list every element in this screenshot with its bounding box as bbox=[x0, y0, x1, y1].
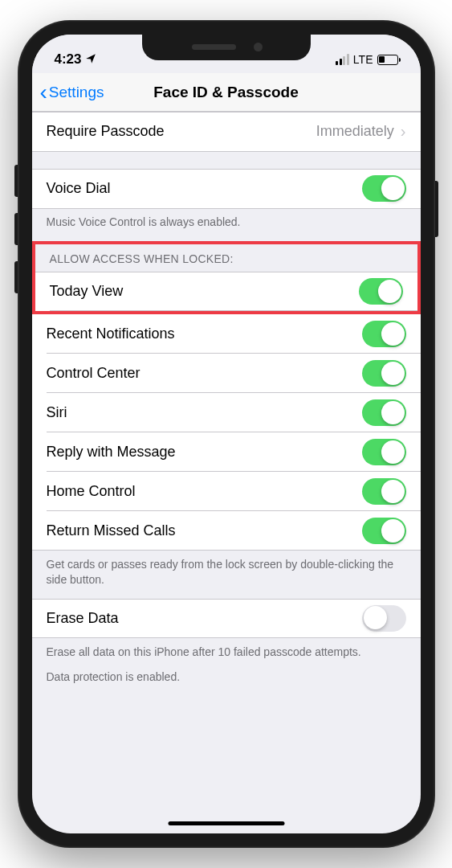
require-passcode-label: Require Passcode bbox=[47, 123, 165, 140]
screen: 4:23 LTE ‹ Settings Face ID & Passcode bbox=[32, 35, 421, 833]
erase-data-toggle[interactable] bbox=[362, 605, 406, 632]
chevron-left-icon: ‹ bbox=[40, 81, 47, 104]
location-services-icon bbox=[85, 53, 96, 67]
reply-with-message-row: Reply with Message bbox=[32, 432, 421, 472]
recent-notifications-toggle[interactable] bbox=[362, 321, 406, 347]
back-label: Settings bbox=[49, 84, 104, 101]
erase-data-footer-1: Erase all data on this iPhone after 10 f… bbox=[32, 638, 421, 665]
battery-icon bbox=[377, 55, 398, 65]
return-missed-calls-toggle[interactable] bbox=[362, 518, 406, 544]
phone-frame: 4:23 LTE ‹ Settings Face ID & Passcode bbox=[18, 20, 435, 848]
back-button[interactable]: ‹ Settings bbox=[40, 81, 104, 104]
today-view-row: Today View bbox=[35, 272, 417, 311]
nav-bar: ‹ Settings Face ID & Passcode bbox=[32, 73, 421, 112]
siri-label: Siri bbox=[47, 404, 67, 421]
require-passcode-row[interactable]: Require Passcode Immediately › bbox=[32, 112, 421, 151]
content: Require Passcode Immediately › Voice Dia… bbox=[32, 112, 421, 695]
network-type: LTE bbox=[353, 53, 373, 66]
home-control-label: Home Control bbox=[47, 483, 136, 500]
today-view-label: Today View bbox=[50, 283, 124, 300]
erase-data-label: Erase Data bbox=[47, 610, 119, 627]
allow-access-footer: Get cards or passes ready from the lock … bbox=[32, 551, 421, 599]
control-center-row: Control Center bbox=[32, 354, 421, 393]
control-center-label: Control Center bbox=[47, 365, 140, 382]
erase-data-footer-2: Data protection is enabled. bbox=[32, 665, 421, 696]
control-center-toggle[interactable] bbox=[362, 360, 406, 387]
voice-dial-label: Voice Dial bbox=[47, 180, 111, 197]
require-passcode-value: Immediately bbox=[316, 123, 394, 140]
return-missed-calls-row: Return Missed Calls bbox=[32, 511, 421, 551]
reply-with-message-label: Reply with Message bbox=[47, 444, 176, 461]
allow-access-header: ALLOW ACCESS WHEN LOCKED: bbox=[35, 244, 417, 272]
voice-dial-toggle[interactable] bbox=[362, 175, 406, 202]
today-view-toggle[interactable] bbox=[359, 278, 403, 305]
status-time: 4:23 bbox=[55, 51, 82, 68]
siri-row: Siri bbox=[32, 393, 421, 432]
home-control-toggle[interactable] bbox=[362, 478, 406, 505]
recent-notifications-row: Recent Notifications bbox=[32, 314, 421, 354]
chevron-right-icon: › bbox=[401, 122, 406, 141]
cellular-signal-icon bbox=[336, 54, 349, 65]
voice-dial-footer: Music Voice Control is always enabled. bbox=[32, 208, 421, 241]
highlighted-section: ALLOW ACCESS WHEN LOCKED: Today View bbox=[32, 241, 421, 314]
erase-data-row: Erase Data bbox=[32, 599, 421, 638]
home-control-row: Home Control bbox=[32, 472, 421, 511]
reply-with-message-toggle[interactable] bbox=[362, 439, 406, 465]
home-indicator[interactable] bbox=[168, 821, 284, 825]
siri-toggle[interactable] bbox=[362, 399, 406, 426]
notch bbox=[142, 35, 311, 60]
voice-dial-row: Voice Dial bbox=[32, 169, 421, 208]
recent-notifications-label: Recent Notifications bbox=[47, 326, 175, 342]
return-missed-calls-label: Return Missed Calls bbox=[47, 522, 176, 539]
